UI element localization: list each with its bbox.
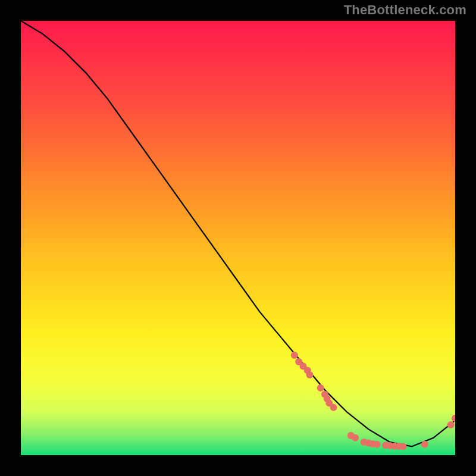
data-marker — [291, 352, 298, 359]
data-marker — [352, 434, 359, 441]
data-marker — [306, 371, 314, 378]
data-marker — [421, 441, 428, 448]
gradient-background — [21, 21, 455, 455]
data-marker — [374, 441, 381, 448]
data-marker — [399, 443, 406, 450]
chart-frame: TheBottleneck.com — [0, 0, 476, 476]
plot-area — [21, 21, 455, 455]
chart-svg — [21, 21, 455, 455]
watermark-text: TheBottleneck.com — [344, 2, 466, 18]
data-marker — [447, 421, 455, 428]
data-marker — [317, 384, 324, 392]
data-marker — [330, 404, 337, 411]
